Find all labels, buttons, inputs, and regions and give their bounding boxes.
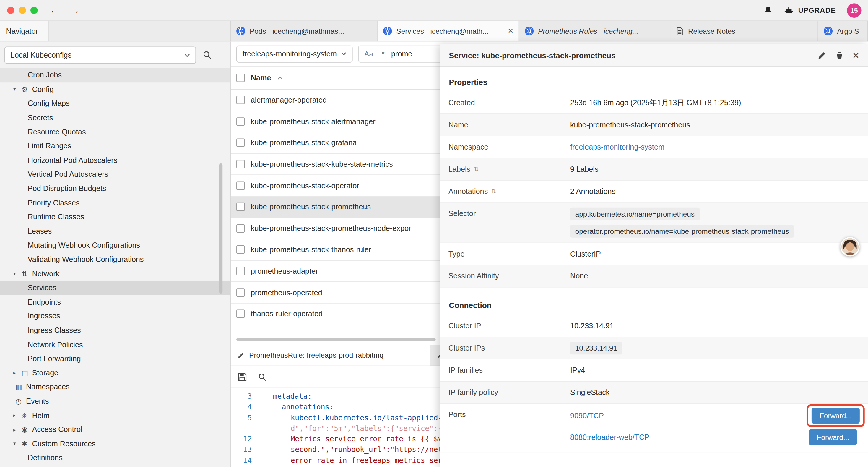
- tree-chevron-icon[interactable]: ▾: [13, 441, 22, 447]
- name-column-header[interactable]: Name: [251, 74, 271, 82]
- sidebar-item[interactable]: ▸ ▤ Storage: [0, 366, 230, 380]
- property-row-session-affinity: Session Affinity None: [440, 265, 868, 288]
- row-checkbox[interactable]: [236, 289, 245, 297]
- notifications-bell-icon[interactable]: [764, 6, 773, 15]
- connection-heading: Connection: [449, 300, 859, 310]
- row-checkbox[interactable]: [236, 181, 245, 190]
- property-row-labels: Labels ⇅ 9 Labels: [440, 158, 868, 181]
- editor-tab-label: PrometheusRule: freeleaps-prod-rabbitmq: [249, 351, 383, 359]
- sidebar-item[interactable]: Cron Jobs: [0, 68, 230, 82]
- ship-icon: [784, 6, 794, 14]
- upgrade-button[interactable]: UPGRADE: [784, 6, 836, 14]
- sidebar-item-label: Validating Webhook Configurations: [28, 255, 144, 264]
- notification-badge[interactable]: 15: [847, 3, 862, 18]
- match-case-toggle[interactable]: Aa: [364, 50, 373, 58]
- tree-chevron-icon[interactable]: ▸: [13, 413, 22, 418]
- sidebar-scrollbar[interactable]: [219, 164, 222, 293]
- close-window-button[interactable]: [7, 6, 14, 13]
- kubeconfig-selector[interactable]: Local Kubeconfigs: [4, 47, 196, 63]
- editor-tab[interactable]: PrometheusRule: freeleaps-prod-rabbitmq: [231, 345, 430, 365]
- sidebar-item[interactable]: Validating Webhook Configurations: [0, 253, 230, 267]
- sidebar-item[interactable]: ▾ ✱ Custom Resources: [0, 437, 230, 451]
- forward-button[interactable]: Forward...: [809, 429, 857, 445]
- sidebar-item[interactable]: ▸ ◉ Access Control: [0, 422, 230, 437]
- tree-chevron-icon[interactable]: ▸: [13, 370, 22, 376]
- kubernetes-icon: [525, 27, 533, 35]
- row-checkbox[interactable]: [236, 139, 245, 147]
- expand-labels-icon[interactable]: ⇅: [474, 166, 479, 173]
- sidebar-item[interactable]: ▾ ⇅ Network: [0, 267, 230, 281]
- sidebar-item[interactable]: Config Maps: [0, 96, 230, 111]
- sidebar-item[interactable]: Mutating Webhook Configurations: [0, 238, 230, 253]
- edit-icon[interactable]: [818, 51, 827, 59]
- port-link[interactable]: 8080:reloader-web/TCP: [570, 433, 650, 441]
- namespace-selector[interactable]: freeleaps-monitoring-system: [236, 45, 352, 62]
- selector-badge: app.kubernetes.io/name=prometheus: [570, 208, 700, 221]
- sidebar-item[interactable]: Port Forwarding: [0, 352, 230, 366]
- sidebar-item-label: Resource Quotas: [28, 128, 86, 136]
- expand-annotations-icon[interactable]: ⇅: [491, 188, 496, 195]
- sidebar-item[interactable]: Vertical Pod Autoscalers: [0, 167, 230, 181]
- zoom-window-button[interactable]: [30, 6, 37, 13]
- property-label: Ports: [448, 404, 570, 419]
- search-icon[interactable]: [203, 51, 212, 60]
- delete-icon[interactable]: [836, 51, 844, 59]
- sidebar-item[interactable]: ▦ Namespaces: [0, 380, 230, 394]
- close-icon[interactable]: ×: [852, 50, 859, 61]
- sidebar-item-label: Leases: [28, 227, 52, 235]
- namespace-link[interactable]: freeleaps-monitoring-system: [570, 143, 664, 151]
- sidebar-item[interactable]: Definitions: [0, 451, 230, 465]
- row-checkbox[interactable]: [236, 310, 245, 318]
- properties-heading: Properties: [449, 78, 859, 86]
- tab[interactable]: Pods - icecheng@mathmas...: [231, 21, 378, 41]
- row-checkbox[interactable]: [236, 96, 245, 104]
- sidebar-item[interactable]: Services: [0, 281, 230, 295]
- minimize-window-button[interactable]: [19, 6, 26, 13]
- service-name: kube-prometheus-stack-operator: [251, 181, 359, 190]
- sidebar-item[interactable]: Secrets: [0, 111, 230, 125]
- type-value: ClusterIP: [570, 250, 601, 258]
- select-all-checkbox[interactable]: [236, 74, 245, 82]
- sidebar-item[interactable]: ▸ ⎈ Helm: [0, 408, 230, 422]
- sidebar-item[interactable]: Priority Classes: [0, 196, 230, 210]
- back-button[interactable]: ←: [50, 6, 59, 15]
- row-checkbox[interactable]: [236, 117, 245, 126]
- save-icon[interactable]: [238, 372, 247, 382]
- sidebar-item[interactable]: Pod Disruption Budgets: [0, 181, 230, 196]
- row-checkbox[interactable]: [236, 245, 245, 254]
- row-checkbox[interactable]: [236, 267, 245, 275]
- port-link[interactable]: 9090/TCP: [570, 411, 604, 420]
- forward-button[interactable]: Forward...: [812, 408, 860, 424]
- sidebar-item[interactable]: Endpoints: [0, 295, 230, 309]
- user-avatar[interactable]: [840, 237, 860, 257]
- tab[interactable]: Services - icecheng@math... ×: [378, 21, 519, 41]
- tree-chevron-icon[interactable]: ▾: [13, 87, 22, 92]
- tree-chevron-icon[interactable]: ▸: [13, 427, 22, 432]
- sidebar-item[interactable]: Resource Quotas: [0, 125, 230, 139]
- sidebar-item[interactable]: Ingress Classes: [0, 323, 230, 338]
- sidebar-item[interactable]: Leases: [0, 224, 230, 238]
- row-checkbox[interactable]: [236, 203, 245, 211]
- editor-search-icon[interactable]: [258, 372, 267, 381]
- forward-button[interactable]: →: [70, 6, 80, 15]
- regex-toggle[interactable]: .*: [380, 50, 384, 58]
- cluster-ip-value: 10.233.14.91: [570, 322, 614, 330]
- sidebar-item[interactable]: ▾ ⚙ Config: [0, 82, 230, 96]
- row-checkbox[interactable]: [236, 224, 245, 233]
- sidebar-item[interactable]: Network Policies: [0, 338, 230, 352]
- horizontal-scrollbar[interactable]: [236, 338, 436, 341]
- sidebar-item[interactable]: Horizontal Pod Autoscalers: [0, 153, 230, 167]
- annotations-count: 2 Annotations: [570, 187, 615, 195]
- tab[interactable]: Release Notes: [670, 21, 818, 41]
- property-label: Selector: [448, 203, 570, 218]
- sidebar-item[interactable]: Runtime Classes: [0, 210, 230, 224]
- sidebar-item[interactable]: Ingresses: [0, 309, 230, 323]
- tab-close-icon[interactable]: ×: [505, 26, 513, 36]
- row-checkbox[interactable]: [236, 160, 245, 169]
- tab[interactable]: Argo S: [818, 21, 868, 41]
- tree-chevron-icon[interactable]: ▾: [13, 271, 22, 276]
- sidebar-item[interactable]: ◷ Events: [0, 394, 230, 408]
- config-icon: ⚙: [22, 85, 32, 93]
- tab[interactable]: Prometheus Rules - icecheng...: [519, 21, 671, 41]
- sidebar-item[interactable]: Limit Ranges: [0, 139, 230, 153]
